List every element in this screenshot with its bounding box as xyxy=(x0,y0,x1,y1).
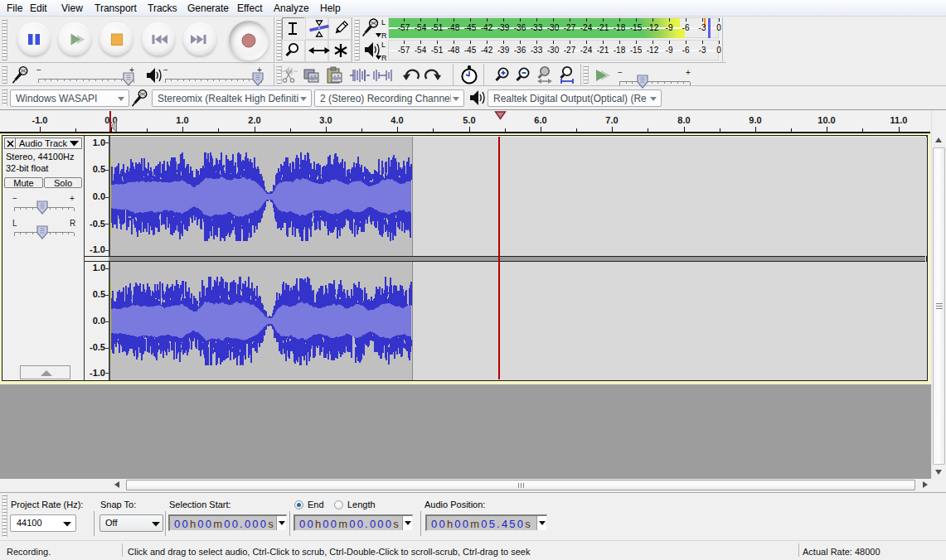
svg-text:R: R xyxy=(381,54,387,62)
svg-text:R: R xyxy=(381,31,387,40)
svg-text:L: L xyxy=(381,18,386,27)
svg-text:L: L xyxy=(381,41,386,49)
